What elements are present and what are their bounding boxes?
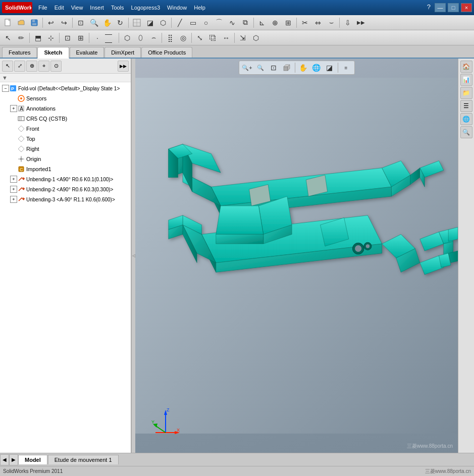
tree-crs[interactable]: CR5 CQ (CSTB) — [0, 114, 131, 124]
close-button[interactable]: × — [461, 3, 472, 12]
section-view-button[interactable]: ⬡ — [157, 17, 169, 29]
unbending1-expand[interactable]: + — [10, 176, 17, 183]
zoom-in-btn[interactable]: 🔍+ — [241, 62, 253, 74]
stretch-btn[interactable]: ⇲ — [237, 32, 249, 44]
tree-top[interactable]: Top — [0, 134, 131, 144]
tab-office-products[interactable]: Office Products — [141, 47, 192, 58]
tree-unbending3[interactable]: + Unbending-3 <A-90° R1.1 K0.6(0.600)> — [0, 194, 131, 204]
mirror-button[interactable]: ⊞ — [282, 17, 294, 29]
arc-tool[interactable]: ⌒ — [213, 17, 225, 29]
right-globe-btn[interactable]: 🌐 — [460, 113, 472, 125]
wrap-btn[interactable]: ⬡ — [250, 32, 262, 44]
circular-pattern-btn[interactable]: ◎ — [177, 32, 189, 44]
open-button[interactable] — [15, 17, 27, 29]
tree-annotations[interactable]: + A Annotations — [0, 103, 131, 114]
tree-imported1[interactable]: C Imported1 — [0, 164, 131, 174]
redo-button[interactable]: ↪ — [58, 17, 70, 29]
root-expand[interactable]: − — [2, 85, 9, 92]
maximize-button[interactable]: □ — [448, 3, 459, 12]
tree-unbending1[interactable]: + Unbending-1 <A90° R0.6 K0.1(0.100)> — [0, 174, 131, 184]
move-tool-icon[interactable]: ⤢ — [14, 61, 25, 72]
menu-view[interactable]: View — [68, 4, 86, 12]
fillet-button[interactable]: ⌣ — [325, 17, 337, 29]
zoom-fit-btn2[interactable]: ⊡ — [268, 62, 280, 74]
pan-view-btn[interactable]: ✋ — [297, 62, 309, 74]
globe-view-btn[interactable]: 🌐 — [310, 62, 323, 74]
menu-help[interactable]: Help — [191, 4, 208, 12]
snap-button[interactable]: ⊹ — [45, 32, 57, 44]
right-folder-btn[interactable]: 📁 — [460, 87, 472, 99]
tree-unbending2[interactable]: + Unbending-2 <A90° R0.6 K0.3(0.300)> — [0, 184, 131, 194]
tree-right[interactable]: Right — [0, 144, 131, 154]
rotate-button[interactable]: ↻ — [114, 17, 126, 29]
right-chart-btn[interactable]: 📊 — [460, 74, 472, 86]
tree-front[interactable]: Front — [0, 124, 131, 134]
view-cube-btn[interactable] — [281, 62, 293, 74]
more-panel-icon[interactable]: ▶▶ — [118, 61, 129, 72]
tab-dimxpert[interactable]: DimXpert — [104, 47, 141, 58]
center-line-button[interactable]: — — — [104, 32, 117, 44]
parabola-tool[interactable]: ⌢ — [147, 32, 160, 44]
zoom-fit-button[interactable]: ⊡ — [75, 17, 87, 29]
tree-sensors[interactable]: Sensors — [0, 93, 131, 103]
minimize-button[interactable]: — — [435, 3, 446, 12]
convert-button[interactable]: ⇩ — [342, 17, 354, 29]
right-house-btn[interactable]: 🏠 — [460, 61, 472, 73]
tab-scroll-left[interactable]: ◀ — [0, 454, 9, 465]
more-button[interactable]: ▶▶ — [355, 17, 367, 29]
new-button[interactable] — [2, 17, 14, 29]
viewport[interactable]: Z X Y 🔍+ 🔍 ⊡ — [135, 59, 458, 453]
view-orient-button[interactable] — [131, 17, 143, 29]
right-search-btn[interactable]: 🔍 — [460, 126, 472, 138]
add-relation-button[interactable]: ⊕ — [269, 17, 281, 29]
smart-filter-icon[interactable]: ⊕ — [26, 61, 37, 72]
pan-button[interactable]: ✋ — [101, 17, 113, 29]
menu-file[interactable]: File — [35, 4, 50, 12]
3d-sketch-button[interactable]: ⬒ — [32, 32, 44, 44]
more-view-btn[interactable]: ≡ — [340, 62, 352, 74]
tree-origin[interactable]: Origin — [0, 154, 131, 164]
grid-button[interactable]: ⊞ — [75, 32, 87, 44]
unbending3-expand[interactable]: + — [10, 196, 17, 203]
extend-button[interactable]: ⇔ — [312, 17, 324, 29]
settings-panel-icon[interactable]: ⊙ — [50, 61, 62, 72]
move-tool[interactable]: ⤡ — [194, 32, 206, 44]
panel-collapse-handle[interactable]: ◁ — [131, 59, 135, 453]
tab-scroll-right[interactable]: ▶ — [9, 454, 18, 465]
annotations-expand[interactable]: + — [10, 105, 17, 112]
offset-tool[interactable]: ⧉ — [239, 17, 251, 29]
undo-button[interactable]: ↩ — [45, 17, 57, 29]
construction-button[interactable]: ⊡ — [62, 32, 74, 44]
trim-button[interactable]: ✂ — [299, 17, 311, 29]
circle-tool[interactable]: ○ — [200, 17, 212, 29]
menu-window[interactable]: Window — [164, 4, 190, 12]
menu-tools[interactable]: Tools — [108, 4, 127, 12]
line-tool[interactable]: ╱ — [174, 17, 186, 29]
point-button[interactable]: · — [91, 32, 103, 44]
right-list-btn[interactable]: ☰ — [460, 100, 472, 112]
tab-motion[interactable]: Etude de mouvement 1 — [48, 455, 119, 464]
display-style-button[interactable]: ◪ — [144, 17, 156, 29]
sketch2d-button[interactable]: ✏ — [15, 32, 27, 44]
spline-tool[interactable]: ∿ — [226, 17, 238, 29]
tab-features[interactable]: Features — [2, 47, 37, 58]
display-view-btn[interactable]: ◪ — [324, 62, 336, 74]
help-icon[interactable]: ? — [425, 3, 433, 12]
polygon-tool[interactable]: ⬡ — [121, 32, 133, 44]
tab-evaluate[interactable]: Evaluate — [70, 47, 104, 58]
tab-model[interactable]: Model — [18, 455, 47, 464]
copy-tool[interactable]: ⿻ — [207, 32, 219, 44]
tree-root[interactable]: − P Fold-vol (Default<<Default>_Display … — [0, 83, 131, 93]
zoom-out-btn[interactable]: 🔍 — [254, 62, 267, 74]
unbending2-expand[interactable]: + — [10, 186, 17, 193]
zoom-area-button[interactable]: 🔍 — [88, 17, 100, 29]
ellipse-tool[interactable]: ⬯ — [134, 32, 146, 44]
menu-logopress3[interactable]: Logopress3 — [128, 4, 164, 12]
select-button[interactable]: ↖ — [2, 32, 14, 44]
zoom-panel-icon[interactable]: ⌖ — [38, 61, 49, 72]
linear-pattern-btn[interactable]: ⣿ — [164, 32, 176, 44]
smart-dim-button[interactable]: ⊾ — [256, 17, 268, 29]
save-button[interactable] — [28, 17, 40, 29]
menu-insert[interactable]: Insert — [87, 4, 107, 12]
tab-sketch[interactable]: Sketch — [37, 47, 69, 59]
